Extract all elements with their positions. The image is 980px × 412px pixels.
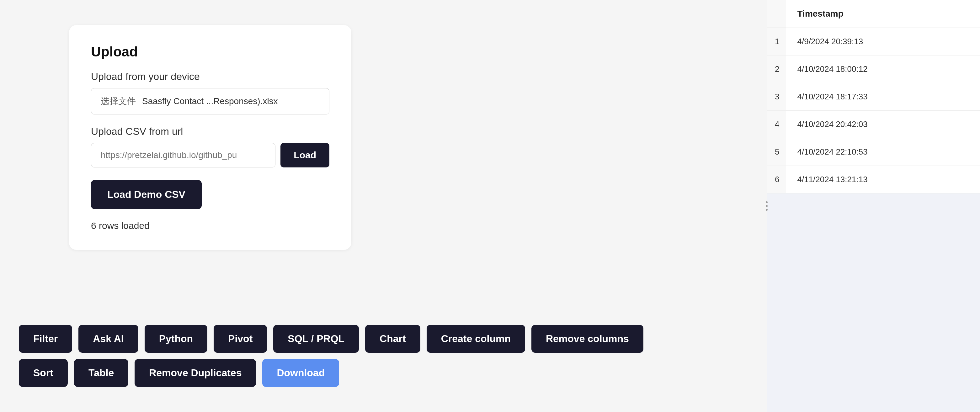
timestamp-cell: 4/9/2024 20:39:13: [786, 28, 980, 55]
toolbar-btn-remove-duplicates[interactable]: Remove Duplicates: [135, 359, 256, 387]
url-input[interactable]: [91, 143, 275, 168]
toolbar-btn-ask-ai[interactable]: Ask AI: [78, 325, 138, 353]
table-row: 34/10/2024 18:17:33: [767, 83, 980, 111]
row-num-header: [767, 0, 786, 28]
resize-dot-1: [766, 201, 768, 203]
rows-loaded-text: 6 rows loaded: [91, 220, 329, 231]
toolbar-btn-sql---prql[interactable]: SQL / PRQL: [273, 325, 359, 353]
row-number: 1: [767, 28, 786, 55]
toolbar-btn-pivot[interactable]: Pivot: [214, 325, 267, 353]
load-demo-button[interactable]: Load Demo CSV: [91, 180, 202, 209]
resize-dot-3: [766, 209, 768, 211]
table-row: 24/10/2024 18:00:12: [767, 55, 980, 83]
url-label: Upload CSV from url: [91, 126, 329, 137]
upload-from-device-label: Upload from your device: [91, 71, 329, 82]
timestamp-cell: 4/10/2024 20:42:03: [786, 111, 980, 138]
load-button[interactable]: Load: [280, 143, 329, 168]
toolbar-row-2: SortTableRemove DuplicatesDownload: [19, 359, 961, 387]
resize-handle[interactable]: [764, 193, 769, 219]
toolbar-btn-create-column[interactable]: Create column: [426, 325, 525, 353]
timestamp-cell: 4/11/2024 13:21:13: [786, 166, 980, 193]
upload-title: Upload: [91, 44, 329, 60]
file-input-display[interactable]: 选择文件 Saasfly Contact ...Responses).xlsx: [91, 88, 329, 114]
toolbar: FilterAsk AIPythonPivotSQL / PRQLChartCr…: [0, 325, 980, 387]
row-number: 5: [767, 138, 786, 166]
main-container: Upload Upload from your device 选择文件 Saas…: [0, 0, 980, 412]
toolbar-btn-python[interactable]: Python: [145, 325, 207, 353]
row-number: 4: [767, 111, 786, 138]
timestamp-cell: 4/10/2024 18:17:33: [786, 83, 980, 111]
toolbar-btn-download[interactable]: Download: [262, 359, 339, 387]
file-choose-label: 选择文件: [101, 95, 136, 107]
toolbar-btn-filter[interactable]: Filter: [19, 325, 72, 353]
table-row: 14/9/2024 20:39:13: [767, 28, 980, 55]
timestamp-cell: 4/10/2024 22:10:53: [786, 138, 980, 166]
timestamp-cell: 4/10/2024 18:00:12: [786, 55, 980, 83]
toolbar-btn-table[interactable]: Table: [74, 359, 128, 387]
resize-dot-2: [766, 205, 768, 207]
upload-card: Upload Upload from your device 选择文件 Saas…: [69, 25, 352, 250]
row-number: 3: [767, 83, 786, 111]
left-panel: Upload Upload from your device 选择文件 Saas…: [0, 0, 767, 412]
row-number: 6: [767, 166, 786, 193]
row-number: 2: [767, 55, 786, 83]
toolbar-row-1: FilterAsk AIPythonPivotSQL / PRQLChartCr…: [19, 325, 961, 353]
table-row: 64/11/2024 13:21:13: [767, 166, 980, 193]
table-row: 54/10/2024 22:10:53: [767, 138, 980, 166]
data-table: Timestamp 14/9/2024 20:39:1324/10/2024 1…: [767, 0, 980, 193]
file-name-display: Saasfly Contact ...Responses).xlsx: [142, 96, 278, 106]
table-row: 44/10/2024 20:42:03: [767, 111, 980, 138]
timestamp-header: Timestamp: [786, 0, 980, 28]
toolbar-btn-sort[interactable]: Sort: [19, 359, 68, 387]
url-row: Load: [91, 143, 329, 168]
toolbar-btn-chart[interactable]: Chart: [365, 325, 420, 353]
toolbar-btn-remove-columns[interactable]: Remove columns: [531, 325, 643, 353]
